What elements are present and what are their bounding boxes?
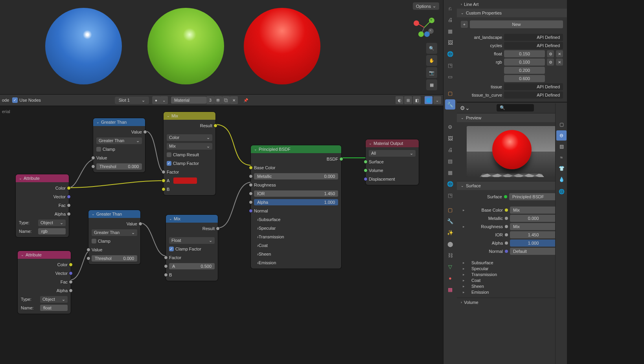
color-a-swatch[interactable] (173, 177, 197, 184)
subsurface-section[interactable]: Subsurface (471, 260, 493, 265)
sheen-section[interactable]: Sheen (471, 284, 484, 289)
tab-render-icon[interactable]: ⎌ (445, 3, 455, 13)
expand-icon[interactable]: ▸ (461, 267, 466, 271)
tab-render2-icon[interactable]: 🖼 (445, 133, 455, 143)
preview-sphere-icon[interactable]: ⊖ (556, 130, 567, 141)
tab-collection2-icon[interactable]: ◳ (445, 190, 455, 200)
search-input[interactable]: 🔍 (497, 104, 534, 112)
tab-tool-icon[interactable]: ⚙ (445, 122, 455, 132)
tab-view-icon[interactable]: ▦ (445, 26, 455, 36)
duplicate-icon[interactable]: ⿻ (222, 96, 230, 104)
node-canvas[interactable]: erial ⌄Attribute Color Vector Fac Alpha … (0, 106, 443, 364)
use-nodes-checkbox[interactable]: ✓ Use Nodes (12, 97, 40, 103)
expand-icon[interactable]: ▸ (461, 290, 466, 294)
clamp-result-checkbox[interactable]: Clamp Result (173, 152, 199, 157)
preview-world-icon[interactable]: 🌐 (556, 187, 567, 197)
section-preview[interactable]: ⌄Preview (457, 113, 567, 122)
clamp-checkbox[interactable]: Clamp (103, 147, 115, 152)
tab-material-icon[interactable]: ● (445, 273, 455, 283)
options-dropdown[interactable]: Options ⌄ (413, 2, 439, 10)
blend-select[interactable]: Mix⌄ (167, 143, 212, 150)
snap-icon[interactable]: 🌐 (425, 96, 432, 104)
tab-data-icon[interactable]: ▭ (445, 71, 455, 82)
float-value[interactable]: 0.150 (504, 50, 545, 57)
ior-input[interactable]: IOR1.450 (254, 190, 338, 197)
metallic-value[interactable]: 0.000 (510, 215, 557, 222)
type-select[interactable]: Object⌄ (38, 219, 66, 226)
node-mix-color[interactable]: ⌄Mix Result Color⌄ Mix⌄ Clamp Result ✓Cl… (164, 112, 215, 195)
tab-wrench-icon[interactable]: 🔧 (445, 216, 455, 226)
tab-collection-icon[interactable]: ◳ (445, 60, 455, 70)
operation-select[interactable]: Greater Than⌄ (96, 137, 142, 144)
tab-world2-icon[interactable]: 🌐 (445, 179, 455, 189)
camera-tool-icon[interactable]: 📷 (426, 67, 437, 78)
section-surface[interactable]: ⌄Surface (457, 181, 567, 190)
preview-hair-icon[interactable]: ≈ (556, 152, 567, 163)
datatype-select[interactable]: Color⌄ (167, 134, 212, 141)
subsurface-section[interactable]: Subsurface (259, 217, 281, 222)
zoom-tool-icon[interactable]: 🔍 (426, 43, 437, 54)
tab-world-icon[interactable]: 🌐 (445, 49, 455, 59)
tab-obj2-icon[interactable]: ▢ (445, 205, 455, 215)
unlink-icon[interactable]: ✕ (230, 96, 238, 104)
tab-object-icon[interactable]: ▢ (445, 88, 455, 98)
slot-selector[interactable]: Slot 1 ⌄ (115, 97, 149, 104)
shield-icon[interactable]: ⛨ (214, 96, 222, 104)
emission-section[interactable]: Emission (471, 290, 489, 294)
snap-menu-icon[interactable]: ⌄ (433, 96, 441, 104)
tab-physics-icon[interactable]: ⬤ (445, 239, 455, 249)
expand-icon[interactable]: ▸ (461, 273, 466, 276)
node-principled-bsdf[interactable]: ⌄Principled BSDF BSDF Base Color Metalli… (251, 145, 341, 269)
tab-view2-icon[interactable]: ▨ (445, 156, 455, 166)
pin-icon[interactable]: 📌 (242, 96, 250, 104)
sheen-section[interactable]: Sheen (259, 252, 271, 256)
users-count[interactable]: 3 (206, 96, 214, 104)
material-name-field[interactable]: Material (171, 97, 206, 104)
options-icon[interactable]: ⚙⌄ (460, 105, 470, 111)
rgb-value-1[interactable]: 0.200 (504, 67, 545, 74)
coat-section[interactable]: Coat (471, 278, 480, 283)
add-prop-icon[interactable]: + (461, 21, 468, 28)
datatype-select[interactable]: Float⌄ (169, 237, 215, 244)
pan-tool-icon[interactable]: ✋ (426, 55, 437, 66)
tab-modifiers-icon[interactable]: 🔧 (445, 99, 455, 110)
section-line-art[interactable]: ›Line Art (457, 0, 567, 9)
clamp-factor-checkbox[interactable]: Clamp Factor (173, 161, 199, 166)
navigation-gizmo[interactable]: Y X (412, 16, 436, 39)
preview-cube-icon[interactable]: ▨ (556, 141, 567, 152)
tab-particles-icon[interactable]: ✨ (445, 227, 455, 238)
node-mix-float[interactable]: ⌄Mix Result Float⌄ ✓Clamp Factor Factor … (166, 215, 218, 281)
gear-icon[interactable]: ⚙ (547, 50, 554, 57)
expand-icon[interactable]: ▸ (461, 284, 466, 288)
target-select[interactable]: All⌄ (369, 150, 416, 157)
node-material-output[interactable]: ⌄Material Output All⌄ Surface Volume Dis… (366, 139, 419, 185)
tab-texture-icon[interactable]: ▩ (445, 284, 455, 294)
threshold-input[interactable]: Threshol0.000 (96, 163, 142, 170)
ior-value[interactable]: 1.450 (510, 231, 557, 238)
tab-data2-icon[interactable]: ▽ (445, 262, 455, 272)
metallic-input[interactable]: Metallic0.000 (254, 173, 338, 179)
node-greater-than-1[interactable]: ⌄Greater Than Value Greater Than⌄ Clamp … (93, 118, 145, 172)
clamp-factor-checkbox[interactable]: Clamp Factor (175, 247, 201, 251)
viewport-3d[interactable]: Options ⌄ Y X 🔍 ✋ 📷 ▦ (0, 0, 443, 94)
tab-output-icon[interactable]: 🖨 (445, 15, 455, 25)
rgb-value-0[interactable]: 0.100 (504, 59, 545, 66)
name-input[interactable]: rgb (38, 228, 66, 234)
tab-constraints-icon[interactable]: ⛓ (445, 250, 455, 260)
clamp-checkbox[interactable]: Clamp (98, 239, 110, 243)
tab-output2-icon[interactable]: 🖨 (445, 145, 455, 155)
expand-icon[interactable]: ▸ (461, 261, 466, 265)
node-attribute-float[interactable]: ⌄Attribute Color Vector Fac Alpha Type:O… (18, 251, 71, 314)
expand-icon[interactable]: ▸ (461, 225, 466, 229)
node-greater-than-2[interactable]: ⌄Greater Than Value Greater Than⌄ Clamp … (88, 210, 140, 264)
operation-select[interactable]: Greater Than⌄ (92, 229, 137, 236)
node-attribute-rgb[interactable]: ⌄Attribute Color Vector Fac Alpha Type:O… (16, 174, 69, 237)
coat-section[interactable]: Coat (259, 243, 268, 248)
gear-icon[interactable]: ⚙ (547, 59, 554, 66)
specular-section[interactable]: Specular (471, 266, 488, 271)
alpha-value[interactable]: 1.000 (510, 240, 557, 247)
transmission-section[interactable]: Transmission (471, 272, 497, 277)
material-icon[interactable]: ● (152, 96, 160, 104)
specular-section[interactable]: Specular (259, 226, 276, 230)
toggle-2-icon[interactable]: ⊞ (404, 96, 412, 104)
